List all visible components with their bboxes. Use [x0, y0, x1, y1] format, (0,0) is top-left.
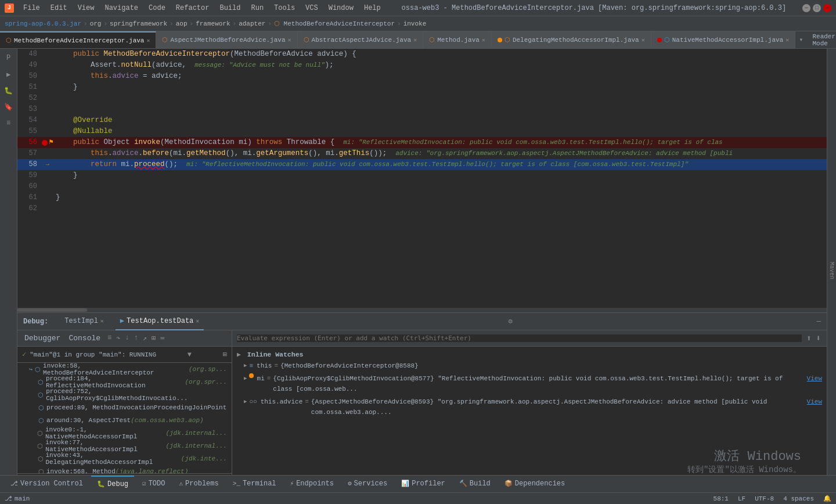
menu-navigate[interactable]: Navigate [100, 3, 143, 13]
bottom-tab-profiler[interactable]: 📊 Profiler [395, 476, 451, 493]
sidebar-run-icon[interactable]: ▶ [2, 67, 16, 81]
watch-mi-view-link[interactable]: View [807, 373, 822, 384]
status-lf[interactable]: LF [738, 495, 745, 502]
breadcrumb-method[interactable]: invoke [403, 20, 427, 27]
frame-invoke-568[interactable]: ⬡ invoke:568, Method (java.lang.reflect) [17, 465, 232, 473]
sidebar-structure-icon[interactable]: ≡ [2, 116, 16, 130]
code-editor[interactable]: 48 public MethodBeforeAdviceInterceptor(… [17, 49, 827, 308]
bottom-tab-todo[interactable]: ☑ TODO [136, 476, 171, 493]
expand-icon[interactable]: ▶ [237, 351, 241, 358]
tab-nativemethodaccessorimpl[interactable]: ⬡ NativeMethodAccessorImpl.java ✕ [651, 31, 795, 49]
bottom-tab-versioncontrol[interactable]: ⎇ Version Control [5, 476, 89, 493]
tab-close-icon-3[interactable]: ✕ [413, 37, 417, 44]
eval-prev-arrow[interactable]: ⬆ [805, 333, 812, 343]
eval-input[interactable] [237, 334, 802, 342]
scrollbar-track[interactable] [17, 308, 827, 312]
status-vcs[interactable]: ⎇ main [5, 495, 30, 502]
status-indent[interactable]: 4 spaces [783, 495, 814, 502]
debug-tab-testaop-close[interactable]: ✕ [196, 318, 199, 325]
step-over-button[interactable]: ↷ [115, 333, 121, 344]
frame-invoke-43[interactable]: ⬡ invoke:43, DelegatingMethodAccessorImp… [17, 452, 232, 465]
debug-settings-icon[interactable]: ⚙ [508, 317, 512, 326]
right-sidebar-maven[interactable]: Maven [827, 257, 836, 284]
frame-invoke-77[interactable]: ⬡ invoke:77, NativeMethodAccessorImpl (j… [17, 440, 232, 452]
frame-invoke-58[interactable]: ↪ ⬡ invoke:58, MethodBeforeAdviceInterce… [17, 363, 232, 376]
maximize-button[interactable]: □ [813, 4, 821, 12]
close-button[interactable]: ✕ [823, 4, 831, 12]
frame-proceed-184[interactable]: ⬡ proceed:184, ReflectiveMethodInvocatio… [17, 376, 232, 388]
debug-tab-testimpl-close[interactable]: ✕ [100, 318, 104, 325]
thread-filter-icon[interactable]: ▼ [188, 351, 192, 359]
watch-advice-expand[interactable]: ▶ [244, 397, 247, 407]
tab-methodbeforeadviceinterceptor[interactable]: ⬡ MethodBeforeAdviceInterceptor.java ✕ [0, 31, 156, 49]
tab-delegatingmethodaccessorimpl[interactable]: ⬡ DelegatingMethodAccessorImpl.java ✕ [492, 31, 651, 49]
bottom-tab-build[interactable]: 🔨 Build [453, 476, 496, 493]
console-tab[interactable]: Console [66, 333, 103, 344]
bottom-tab-problems[interactable]: ⚠ Problems [173, 476, 224, 493]
eval-next-arrow[interactable]: ⬇ [815, 333, 822, 343]
menu-help[interactable]: Help [359, 3, 385, 13]
breadcrumb-aop[interactable]: aop [176, 20, 188, 27]
tab-method[interactable]: ⬡ Method.java ✕ [423, 31, 492, 49]
frame-around-30[interactable]: ⬡ around:30, AspectJTest (com.ossa.web3.… [17, 414, 232, 427]
tab-close-icon[interactable]: ✕ [146, 37, 150, 44]
menu-build[interactable]: Build [215, 3, 245, 13]
menu-bar[interactable]: File Edit View Navigate Code Refactor Bu… [19, 3, 385, 13]
status-notifications[interactable]: 🔔 [823, 495, 831, 502]
scrollbar-thumb[interactable] [17, 308, 87, 312]
menu-run[interactable]: Run [246, 3, 268, 13]
menu-edit[interactable]: Edit [46, 3, 72, 13]
tab-overflow-button[interactable]: ▾ [795, 35, 806, 44]
menu-code[interactable]: Code [144, 3, 170, 13]
menu-vcs[interactable]: VCS [301, 3, 323, 13]
breadcrumb-org[interactable]: org [90, 20, 102, 27]
breadcrumb-springframework[interactable]: springframework [110, 20, 167, 27]
breadcrumb-framework[interactable]: framework [196, 20, 230, 27]
menu-view[interactable]: View [73, 3, 99, 13]
bottom-tab-dependencies[interactable]: 📦 Dependencies [499, 476, 571, 493]
resume-button[interactable]: ≡ [106, 333, 113, 344]
tab-close-icon-4[interactable]: ✕ [482, 37, 485, 44]
status-charset[interactable]: UTF-8 [755, 495, 774, 502]
breadcrumb-jar[interactable]: spring-aop-6.0.3.jar [5, 20, 81, 27]
stack-frames[interactable]: ↪ ⬡ invoke:58, MethodBeforeAdviceInterce… [17, 363, 232, 473]
thread-expand-icon[interactable]: ⊞ [223, 350, 227, 359]
run-to-cursor-button[interactable]: ↗ [142, 333, 148, 344]
bottom-tab-terminal[interactable]: >_ Terminal [227, 476, 282, 493]
bottom-tab-endpoints[interactable]: ⚡ Endpoints [284, 476, 340, 493]
menu-refactor[interactable]: Refactor [171, 3, 214, 13]
bottom-tab-services[interactable]: ⚙ Services [342, 476, 393, 493]
tab-close-icon-5[interactable]: ✕ [642, 37, 645, 44]
step-into-button[interactable]: ↓ [124, 333, 130, 344]
watch-this-expand[interactable]: ▶ [244, 361, 247, 371]
watch-mi-expand[interactable]: ▶ [244, 373, 247, 384]
breadcrumb-class[interactable]: ⬡ MethodBeforeAdviceInterceptor [274, 20, 395, 27]
minimize-button[interactable]: ─ [802, 4, 810, 12]
settings-debug-button[interactable]: ≔ [159, 333, 165, 344]
breadcrumb-adapter[interactable]: adapter [239, 20, 265, 27]
debug-minimize-icon[interactable]: — [817, 318, 821, 326]
bottom-tab-debug[interactable]: 🐛 Debug [91, 476, 134, 493]
tab-close-icon-6[interactable]: ✕ [785, 37, 789, 44]
sidebar-project-icon[interactable]: P [2, 51, 16, 65]
sidebar-bookmark-icon[interactable]: 🔖 [2, 100, 16, 114]
menu-window[interactable]: Window [324, 3, 358, 13]
frame-proceed-89[interactable]: ⬡ proceed:89, MethodInvocationProceeding… [17, 401, 232, 414]
menu-file[interactable]: File [19, 3, 45, 13]
menu-tools[interactable]: Tools [269, 3, 300, 13]
frame-invoke0[interactable]: ⬡ invoke0:-1, NativeMethodAccessorImpl (… [17, 427, 232, 440]
horizontal-scrollbar[interactable] [17, 308, 827, 312]
debug-tab-testimpl[interactable]: TestImpl ✕ [60, 313, 109, 330]
tab-aspectjmethodbeforeadvice[interactable]: ⬡ AspectJMethodBeforeAdvice.java ✕ [156, 31, 297, 49]
tab-abstractaspectjadvice[interactable]: ⬡ AbstractAspectJAdvice.java ✕ [298, 31, 424, 49]
window-controls[interactable]: ─ □ ✕ [802, 4, 831, 12]
frames-button[interactable]: ⊞ [150, 333, 157, 344]
tab-close-icon-2[interactable]: ✕ [288, 37, 291, 44]
reader-mode-button[interactable]: Reader Mode ✓ [806, 33, 836, 47]
step-out-button[interactable]: ↑ [133, 333, 139, 344]
debugger-tab[interactable]: Debugger [22, 333, 63, 344]
frame-proceed-752[interactable]: ⬡ proceed:752, CglibAopProxy$CglibMethod… [17, 388, 232, 401]
debug-tab-testaop[interactable]: ▶ TestAop.testData ✕ [116, 313, 204, 330]
watch-advice-view-link[interactable]: View [807, 397, 822, 407]
sidebar-debug-icon[interactable]: 🐛 [2, 84, 16, 98]
